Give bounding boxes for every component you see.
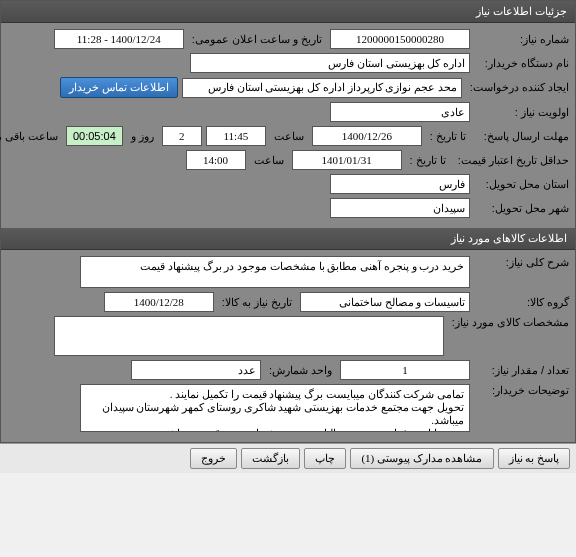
- province-label: استان محل تحویل:: [474, 178, 569, 191]
- row-validity: حداقل تاریخ اعتبار قیمت: تا تاریخ : ساعت: [7, 150, 569, 170]
- row-spec: مشخصات کالای مورد نیاز:: [7, 316, 569, 356]
- answer-need-button[interactable]: پاسخ به نیاز: [498, 448, 571, 469]
- city-input[interactable]: [330, 198, 470, 218]
- spec-label: مشخصات کالای مورد نیاز:: [448, 316, 569, 329]
- remaining-label: ساعت باقی مانده: [0, 130, 62, 143]
- group-label: گروه کالا:: [474, 296, 569, 309]
- priority-label: اولویت نیاز :: [474, 106, 569, 119]
- panel-body-2: شرح کلی نیاز: گروه کالا: تاریخ نیاز به ک…: [1, 250, 575, 442]
- panel-title-2: اطلاعات کالاهای مورد نیاز: [451, 232, 567, 244]
- days-input[interactable]: [162, 126, 202, 146]
- need-details-panel: جزئیات اطلاعات نیاز شماره نیاز: تاریخ و …: [0, 0, 576, 443]
- requester-input[interactable]: [182, 78, 462, 98]
- buyer-label: نام دستگاه خریدار:: [474, 57, 569, 70]
- public-datetime-label: تاریخ و ساعت اعلان عمومی:: [188, 33, 326, 46]
- need-date-input[interactable]: [104, 292, 214, 312]
- validity-label: حداقل تاریخ اعتبار قیمت:: [454, 154, 569, 167]
- unit-input[interactable]: [131, 360, 261, 380]
- validity-to-label: تا تاریخ :: [406, 154, 450, 167]
- row-buyer: نام دستگاه خریدار:: [7, 53, 569, 73]
- panel-header-2: اطلاعات کالاهای مورد نیاز: [1, 228, 575, 250]
- validity-time-label: ساعت: [250, 154, 288, 167]
- province-input[interactable]: [330, 174, 470, 194]
- unit-label: واحد شمارش:: [265, 364, 336, 377]
- need-number-label: شماره نیاز:: [474, 33, 569, 46]
- back-button[interactable]: بازگشت: [241, 448, 300, 469]
- spec-textarea[interactable]: [54, 316, 444, 356]
- panel-body-1: شماره نیاز: تاریخ و ساعت اعلان عمومی: نا…: [1, 23, 575, 228]
- days-and-label: روز و: [127, 130, 158, 143]
- row-number: شماره نیاز: تاریخ و ساعت اعلان عمومی:: [7, 29, 569, 49]
- city-label: شهر محل تحویل:: [474, 202, 569, 215]
- validity-date-input[interactable]: [292, 150, 402, 170]
- requester-label: ایجاد کننده درخواست:: [466, 81, 569, 94]
- print-button[interactable]: چاپ: [304, 448, 346, 469]
- deadline-time-input[interactable]: [206, 126, 266, 146]
- bottom-toolbar: پاسخ به نیاز مشاهده مدارک پیوستی (1) چاپ…: [0, 443, 576, 473]
- contact-buyer-button[interactable]: اطلاعات تماس خریدار: [60, 77, 178, 98]
- panel-header-1: جزئیات اطلاعات نیاز: [1, 1, 575, 23]
- notes-label: توضیحات خریدار:: [474, 384, 569, 397]
- deadline-label: مهلت ارسال پاسخ:: [474, 130, 569, 143]
- deadline-time-label: ساعت: [270, 130, 308, 143]
- row-notes: توضیحات خریدار:: [7, 384, 569, 432]
- row-requester: ایجاد کننده درخواست: اطلاعات تماس خریدار: [7, 77, 569, 98]
- buyer-input[interactable]: [190, 53, 470, 73]
- priority-input[interactable]: [330, 102, 470, 122]
- row-qty: تعداد / مقدار نیاز: واحد شمارش:: [7, 360, 569, 380]
- validity-time-input[interactable]: [186, 150, 246, 170]
- need-date-label: تاریخ نیاز به کالا:: [218, 296, 296, 309]
- row-priority: اولویت نیاز :: [7, 102, 569, 122]
- row-province: استان محل تحویل:: [7, 174, 569, 194]
- deadline-to-label: تا تاریخ :: [426, 130, 470, 143]
- need-number-input[interactable]: [330, 29, 470, 49]
- panel-title-1: جزئیات اطلاعات نیاز: [476, 5, 567, 17]
- qty-label: تعداد / مقدار نیاز:: [474, 364, 569, 377]
- deadline-date-input[interactable]: [312, 126, 422, 146]
- desc-label: شرح کلی نیاز:: [474, 256, 569, 269]
- view-attachments-button[interactable]: مشاهده مدارک پیوستی (1): [350, 448, 493, 469]
- row-city: شهر محل تحویل:: [7, 198, 569, 218]
- row-group: گروه کالا: تاریخ نیاز به کالا:: [7, 292, 569, 312]
- countdown-display: 00:05:04: [66, 126, 123, 146]
- qty-input[interactable]: [340, 360, 470, 380]
- notes-textarea[interactable]: [80, 384, 470, 432]
- group-input[interactable]: [300, 292, 470, 312]
- exit-button[interactable]: خروج: [190, 448, 237, 469]
- row-desc: شرح کلی نیاز:: [7, 256, 569, 288]
- row-deadline: مهلت ارسال پاسخ: تا تاریخ : ساعت روز و 0…: [7, 126, 569, 146]
- desc-textarea[interactable]: [80, 256, 470, 288]
- public-datetime-input[interactable]: [54, 29, 184, 49]
